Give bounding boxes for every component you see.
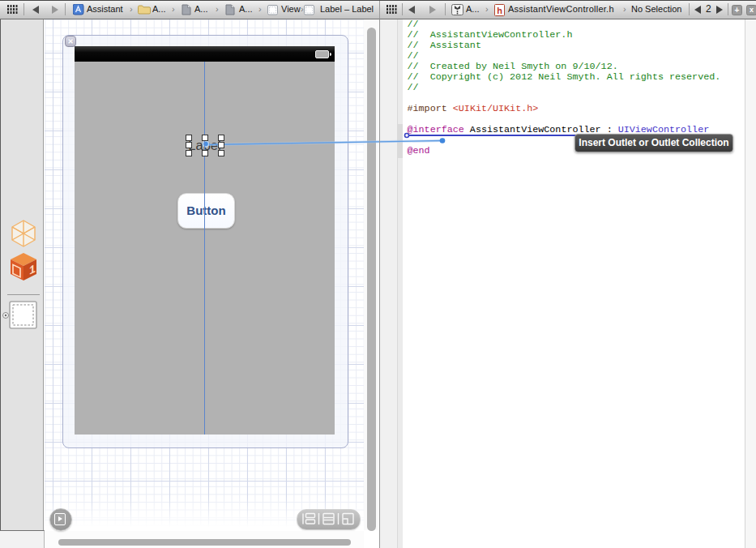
svg-text:h: h	[497, 5, 502, 15]
